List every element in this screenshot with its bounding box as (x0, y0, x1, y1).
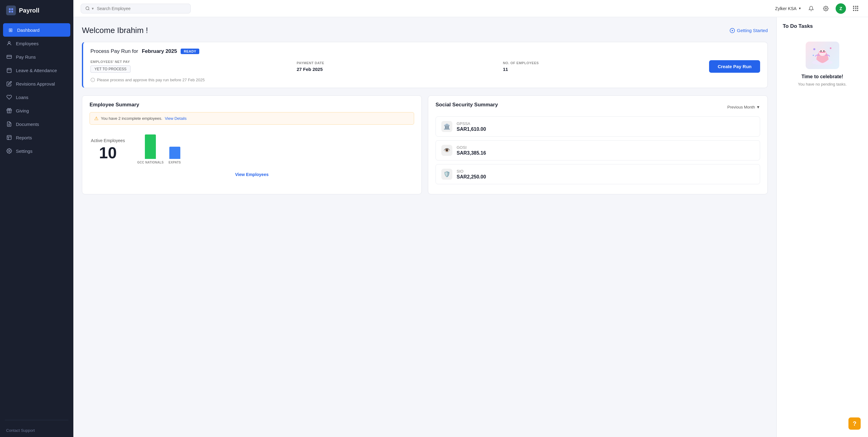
ready-badge: READY (181, 49, 199, 54)
sidebar-label-giving: Giving (16, 108, 29, 113)
sidebar-item-pay-runs[interactable]: Pay Runs (0, 50, 73, 64)
gosi-name: GOSI (457, 145, 486, 150)
period-selector[interactable]: Previous Month ▼ (727, 105, 760, 110)
svg-point-29 (813, 55, 814, 56)
alert-icon: ⚠ (94, 116, 98, 121)
social-security-card: Social Security Summary Previous Month ▼… (428, 95, 768, 194)
net-pay-label: EMPLOYEES' NET PAY (90, 60, 289, 64)
sio-name: SIO (457, 169, 486, 174)
sio-icon: 🛡️ (441, 169, 452, 180)
settings-icon (6, 148, 12, 154)
view-employees-button[interactable]: View Employees (90, 172, 414, 177)
bar-expats-label: EXPATS (169, 161, 181, 164)
org-selector[interactable]: Zylker KSA ▼ (775, 6, 801, 11)
gosi-icon: 👁️ (441, 145, 452, 156)
summary-grid: Employee Summary ⚠ You have 2 incomplete… (82, 95, 768, 194)
settings-topbar-icon[interactable] (821, 4, 831, 13)
sidebar-item-leave-attendance[interactable]: Leave & Attendance (0, 64, 73, 77)
bar-gcc: GCC NATIONALS (137, 134, 164, 164)
sidebar-label-revisions: Revisions Approval (16, 81, 55, 87)
yet-to-process-badge: YET TO PROCESS (90, 65, 130, 73)
sidebar-item-employees[interactable]: Employees (0, 37, 73, 50)
todo-sidebar: To Do Tasks (776, 17, 868, 437)
sidebar-divider (5, 420, 68, 420)
svg-rect-5 (7, 55, 11, 59)
active-employees-label: Active Employees (90, 138, 126, 143)
celebrate-subtitle: You have no pending tasks. (786, 82, 859, 87)
social-security-header: Social Security Summary Previous Month ▼ (436, 102, 760, 112)
svg-rect-2 (9, 11, 11, 12)
svg-point-4 (8, 41, 10, 43)
org-dropdown-icon: ▼ (798, 7, 801, 10)
svg-marker-19 (732, 30, 734, 31)
payment-date-label: PAYMENT DATE (297, 61, 496, 65)
employee-stats: Active Employees 10 GCC NATIONALS EXPATS (90, 130, 414, 169)
app-name: Payroll (19, 7, 39, 14)
getting-started-button[interactable]: Getting Started (730, 28, 768, 33)
loans-icon (6, 94, 12, 100)
svg-point-14 (8, 150, 10, 152)
svg-point-27 (813, 48, 815, 51)
sidebar-item-documents[interactable]: Documents (0, 117, 73, 131)
active-employees-section: Active Employees 10 (90, 138, 126, 161)
create-payrun-button[interactable]: Create Pay Run (709, 60, 760, 73)
ss-item-sio: 🛡️ SIO SAR2,250.00 (436, 164, 760, 184)
app-logo[interactable]: Payroll (0, 0, 73, 21)
app-logo-icon (6, 5, 16, 15)
period-selector-label: Previous Month (727, 105, 755, 110)
payrun-period: February 2025 (142, 48, 177, 54)
sidebar-label-loans: Loans (16, 95, 28, 100)
bar-expats: EXPATS (169, 147, 181, 164)
sidebar-item-giving[interactable]: Giving (0, 104, 73, 117)
search-icon (85, 6, 90, 11)
search-dropdown-arrow[interactable]: ▼ (91, 7, 94, 10)
svg-rect-13 (7, 135, 11, 139)
active-employees-number: 10 (90, 145, 126, 161)
gpssa-icon: 🏛️ (441, 121, 452, 132)
celebrate-image (806, 41, 839, 69)
documents-icon (6, 121, 12, 127)
view-details-link[interactable]: View Details (165, 116, 186, 121)
num-employees-value: 11 (503, 67, 702, 72)
employee-summary-title: Employee Summary (90, 102, 414, 108)
sidebar-label-settings: Settings (16, 149, 32, 154)
bar-gcc-nationals (145, 134, 156, 159)
sidebar-item-settings[interactable]: Settings (0, 144, 73, 158)
sidebar-item-dashboard[interactable]: ⊞ Dashboard (3, 23, 70, 37)
payrun-details: EMPLOYEES' NET PAY YET TO PROCESS PAYMEN… (90, 60, 760, 73)
num-employees-section: NO. OF EMPLOYEES 11 (503, 61, 709, 72)
sidebar-item-loans[interactable]: Loans (0, 90, 73, 104)
ss-sio-details: SIO SAR2,250.00 (457, 169, 486, 180)
contact-support[interactable]: Contact Support (0, 424, 73, 437)
gosi-amount: SAR3,385.16 (457, 150, 486, 156)
todo-celebrate-section: Time to celebrate! You have no pending t… (783, 35, 862, 93)
topbar: ▼ Zylker KSA ▼ Z (73, 0, 868, 17)
svg-rect-3 (11, 11, 13, 12)
search-bar[interactable]: ▼ (81, 4, 191, 13)
bar-gcc-label: GCC NATIONALS (137, 161, 164, 164)
svg-point-28 (830, 48, 831, 49)
svg-point-25 (820, 51, 822, 52)
gpssa-amount: SAR1,610.00 (457, 126, 486, 132)
user-avatar[interactable]: Z (836, 3, 846, 14)
sidebar-item-revisions[interactable]: Revisions Approval (0, 77, 73, 90)
svg-point-15 (86, 7, 89, 10)
sidebar-item-reports[interactable]: Reports (0, 131, 73, 144)
apps-grid-icon[interactable] (851, 4, 861, 13)
sidebar-label-dashboard: Dashboard (17, 28, 39, 33)
help-button[interactable]: ? (848, 417, 861, 430)
search-input[interactable] (97, 6, 186, 11)
page-title: Welcome Ibrahim ! (82, 26, 148, 35)
sidebar-nav: ⊞ Dashboard Employees Pay Runs Leave & A… (0, 21, 73, 416)
notification-icon[interactable] (806, 4, 816, 13)
sidebar-label-reports: Reports (16, 135, 32, 140)
svg-point-26 (823, 51, 824, 52)
giving-icon (6, 107, 12, 114)
gpssa-name: GPSSA (457, 121, 486, 126)
employees-bar-chart: GCC NATIONALS EXPATS (133, 134, 185, 164)
svg-rect-0 (9, 8, 11, 10)
alert-text: You have 2 incomplete employees. (101, 116, 162, 121)
search-icon-wrap: ▼ (85, 6, 94, 11)
employee-summary-card: Employee Summary ⚠ You have 2 incomplete… (82, 95, 422, 194)
todo-title: To Do Tasks (783, 23, 862, 29)
